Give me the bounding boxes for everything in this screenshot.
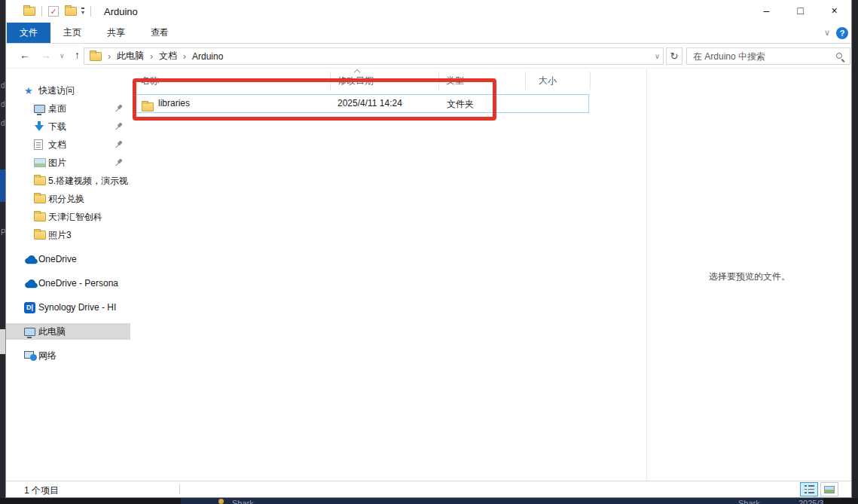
- window-folder-icon: [23, 7, 35, 16]
- tab-home[interactable]: 主页: [50, 23, 94, 43]
- back-button[interactable]: ←: [20, 49, 30, 61]
- recent-locations-icon[interactable]: ∨: [60, 52, 65, 60]
- preview-pane: 选择要预览的文件。: [647, 69, 852, 481]
- quick-access-star-icon: ★: [24, 85, 33, 96]
- address-dropdown-icon[interactable]: ∨: [655, 52, 660, 60]
- sidebar-item-folder[interactable]: 天津汇智创科: [6, 209, 130, 225]
- onedrive-cloud-icon: [24, 279, 38, 289]
- sidebar-item-this-pc[interactable]: 此电脑: [6, 323, 130, 340]
- sidebar-item-label: 桌面: [48, 102, 66, 115]
- tab-file[interactable]: 文件: [7, 23, 50, 43]
- titlebar-divider: [41, 6, 42, 17]
- sidebar-item-label: Synology Drive - HI: [38, 302, 116, 313]
- breadcrumb-documents[interactable]: 文档: [159, 50, 177, 63]
- background-file-name: Shark: [232, 499, 254, 504]
- window-controls: – □ ×: [750, 0, 851, 23]
- background-bottom-strip: Shark Shark 2025/3/27 20:43: [0, 498, 858, 504]
- qat-customize-icon[interactable]: ▾: [81, 8, 84, 15]
- thumbnail-view-button[interactable]: [820, 482, 838, 496]
- status-bar: 1 个项目: [6, 481, 851, 497]
- sidebar-item-downloads[interactable]: 下载: [6, 118, 130, 135]
- sidebar-item-label: OneDrive - Persona: [38, 278, 118, 289]
- sidebar-item-label: 下载: [48, 121, 66, 133]
- expand-ribbon-icon[interactable]: ∨: [824, 28, 830, 38]
- pin-icon: [112, 157, 125, 170]
- titlebar: ✓ ▾ Arduino – □ ×: [6, 0, 851, 23]
- sidebar-item-label: 5.搭建视频，演示视: [48, 175, 128, 188]
- tab-view[interactable]: 查看: [138, 23, 182, 43]
- background-gray-patch: [0, 329, 5, 354]
- search-box: [686, 47, 850, 65]
- breadcrumb-arduino[interactable]: Arduino: [192, 51, 223, 62]
- close-button[interactable]: ×: [817, 0, 851, 23]
- background-window-edge: d d d P: [0, 0, 5, 504]
- breadcrumb-separator: ›: [108, 51, 111, 62]
- address-bar[interactable]: › 此电脑 › 文档 › Arduino ∨: [84, 47, 664, 65]
- sidebar-item-synology-drive[interactable]: D| Synology Drive - HI: [6, 299, 130, 316]
- tab-share[interactable]: 共享: [94, 23, 138, 43]
- forward-button[interactable]: →: [41, 49, 51, 61]
- sidebar-item-folder[interactable]: 积分兑换: [6, 191, 130, 207]
- sidebar-item-quick-access[interactable]: ★ 快速访问: [6, 82, 130, 99]
- status-divider: [179, 484, 180, 494]
- folder-icon: [34, 176, 46, 185]
- document-icon: [34, 139, 43, 150]
- qat-properties-icon[interactable]: ✓: [48, 6, 59, 17]
- titlebar-divider: [90, 6, 91, 17]
- item-count: 1 个项目: [24, 484, 59, 497]
- details-view-icon: [805, 485, 814, 493]
- synology-drive-icon: D|: [24, 302, 35, 313]
- background-window-row: Shark Shark 2025/3/27 20:43: [181, 498, 823, 504]
- desktop-icon: [34, 105, 45, 113]
- pin-icon: [112, 102, 125, 115]
- background-text-fragment: d: [1, 119, 5, 127]
- ribbon-right-controls: ∨ ?: [824, 23, 848, 43]
- sidebar-item-folder[interactable]: 照片3: [6, 227, 130, 243]
- help-icon[interactable]: ?: [836, 27, 848, 39]
- sidebar-item-folder[interactable]: 5.搭建视频，演示视: [6, 173, 130, 189]
- folder-icon: [142, 102, 154, 111]
- main-content: ★ 快速访问 桌面 下载 文档: [6, 69, 851, 481]
- breadcrumb-separator: ›: [183, 51, 186, 62]
- search-icon[interactable]: [836, 53, 842, 59]
- pin-icon: [112, 139, 125, 151]
- sidebar-item-label: 图片: [48, 157, 66, 170]
- sidebar-item-desktop[interactable]: 桌面: [6, 100, 130, 117]
- maximize-button[interactable]: □: [783, 0, 817, 23]
- breadcrumb-separator: ›: [150, 51, 153, 62]
- search-input[interactable]: [687, 48, 830, 64]
- sidebar-item-pictures[interactable]: 图片: [6, 154, 130, 171]
- onedrive-cloud-icon: [24, 255, 38, 264]
- sidebar-item-onedrive-personal[interactable]: OneDrive - Persona: [6, 275, 130, 292]
- address-row: ← → ∨ ↑ › 此电脑 › 文档 › Arduino ∨ ↻: [6, 44, 851, 69]
- view-buttons: [800, 482, 838, 496]
- pictures-icon: [34, 158, 46, 167]
- details-view-button[interactable]: [800, 482, 818, 496]
- background-file-date: 2025/3/27 20:43: [798, 499, 823, 504]
- this-pc-icon: [24, 328, 35, 336]
- sidebar-item-label: OneDrive: [38, 254, 77, 264]
- background-text-fragment: d: [1, 100, 5, 108]
- background-file-icon: [218, 499, 224, 504]
- sidebar-item-network[interactable]: 网络: [6, 347, 130, 364]
- sidebar-item-label: 照片3: [48, 229, 72, 242]
- sidebar-item-label: 积分兑换: [48, 193, 84, 206]
- column-header-type[interactable]: 类型: [439, 72, 526, 90]
- download-icon: [34, 121, 44, 132]
- column-header-size[interactable]: 大小: [526, 72, 591, 90]
- column-header-date-modified[interactable]: 修改日期: [331, 72, 439, 90]
- background-text-fragment: d: [1, 81, 5, 90]
- breadcrumb-this-pc[interactable]: 此电脑: [117, 50, 144, 63]
- sidebar-item-onedrive[interactable]: OneDrive: [6, 251, 130, 267]
- up-button[interactable]: ↑: [75, 49, 80, 61]
- address-folder-icon: [90, 52, 102, 61]
- sidebar-item-documents[interactable]: 文档: [6, 136, 130, 153]
- sidebar-item-label: 网络: [38, 350, 56, 362]
- desktop-background: d d d P Shark Shark 2025/3/27 20:43 ✓ ▾ …: [0, 0, 858, 504]
- column-header-name[interactable]: 名称: [130, 72, 331, 90]
- file-row-libraries[interactable]: libraries 2025/4/11 14:24 文件夹: [135, 94, 589, 113]
- qat-new-folder-icon[interactable]: [65, 7, 77, 16]
- sidebar-item-label: 天津汇智创科: [48, 211, 102, 224]
- refresh-button[interactable]: ↻: [666, 47, 682, 65]
- minimize-button[interactable]: –: [750, 0, 783, 23]
